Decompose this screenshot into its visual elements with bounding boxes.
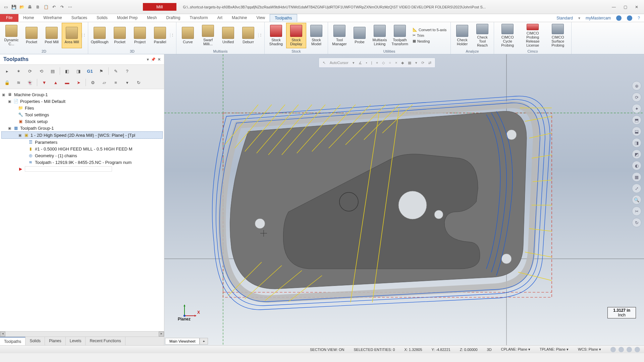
operations-tree[interactable]: ▣🖥Machine Group-1 ▣📄Properties - Mill De… [0, 89, 164, 331]
ribbon-tab-home[interactable]: Home [18, 14, 39, 22]
tb-ghost-icon[interactable]: 👻 [25, 78, 35, 87]
tree-toolpath-nc[interactable]: Toolpath - 12919.9K - 8455-25.NC - Progr… [35, 160, 131, 165]
tb-display-icon[interactable]: ≋ [13, 78, 23, 87]
close-icon[interactable]: ✕ [633, 5, 641, 9]
tb-refresh-icon[interactable]: ↻ [133, 78, 144, 87]
insert-arrow-icon[interactable]: ▶ [17, 166, 23, 172]
rotate-icon[interactable]: ⟳ [632, 93, 641, 102]
open-icon[interactable]: 📂 [19, 4, 25, 10]
tree-properties[interactable]: Properties - Mill Default [20, 99, 65, 104]
tb-regen-dirty-icon[interactable]: ⟲ [36, 67, 46, 75]
tree-op1[interactable]: 1 - 2D High Speed (2D Area Mill) - [WCS:… [31, 133, 135, 138]
tb-highfeed-icon[interactable]: ⚑ [96, 67, 106, 75]
group-3d-more-icon[interactable]: ⋮ [170, 33, 175, 38]
btn-deburr[interactable]: Deburr [238, 23, 258, 48]
notification-icon[interactable] [616, 15, 622, 21]
wireframe-icon[interactable]: ▦ [632, 172, 641, 182]
tb-filter-icon[interactable]: ▱ [99, 78, 109, 87]
front-view-icon[interactable]: ⬓ [632, 127, 641, 136]
help-icon[interactable]: ? [638, 16, 640, 20]
tb-backplot-icon[interactable]: ▤ [48, 67, 58, 75]
btn-project[interactable]: Project [130, 23, 150, 48]
status-z[interactable]: Z: 0.00000 [460, 348, 478, 352]
viewsheet-tab-main[interactable]: Main Viewsheet [165, 338, 200, 345]
btn-stock-shading[interactable]: Stock Shading [266, 23, 286, 48]
ribbon-mymastercam[interactable]: myMastercam [586, 16, 611, 20]
maximize-icon[interactable]: ▢ [621, 5, 629, 9]
status-3d-mode[interactable]: 3D [487, 348, 492, 352]
snap-sync-icon[interactable]: ⇄ [427, 61, 432, 65]
tree-tool[interactable]: #1 - 0.5000 HIGH FEED MILL - 0.5 HIGH FE… [35, 146, 132, 152]
tree-machine-group[interactable]: Machine Group-1 [14, 92, 48, 97]
tb-simulate-icon[interactable]: ◨ [73, 67, 84, 75]
autocursor-toolbar[interactable]: ↖ AutoCursor ▾ ∡ • | ⌖ ◇ ○ × ◆ ▦ ▾ ⟳ ⇄ [319, 58, 435, 68]
tb-select-all-icon[interactable]: ✶ [13, 67, 23, 75]
snap-quad-icon[interactable]: ◆ [400, 61, 405, 65]
btab-planes[interactable]: Planes [45, 337, 66, 345]
btab-solids[interactable]: Solids [25, 337, 45, 345]
section-icon[interactable]: ✂ [632, 206, 641, 216]
btn-convert-5axis[interactable]: 📐 Convert to 5-axis [412, 27, 447, 32]
refresh-view-icon[interactable]: ↻ [632, 218, 641, 227]
btab-recent[interactable]: Recent Functions [86, 337, 125, 345]
new-icon[interactable]: ▭ [3, 4, 9, 10]
tree-insert-point[interactable] [25, 166, 112, 172]
ribbon-tab-drafting[interactable]: Drafting [161, 14, 185, 22]
ribbon-tab-surfaces[interactable]: Surfaces [67, 14, 92, 22]
autocursor-pick-icon[interactable]: ↖ [322, 61, 327, 65]
group-multiaxis-more-icon[interactable]: ⋮ [258, 33, 263, 38]
globe-icon[interactable] [627, 15, 632, 21]
btn-cimco-release[interactable]: CIMCO Probing Release License [520, 23, 546, 48]
tb-arrow-icon[interactable]: ➤ [73, 78, 84, 87]
snap-intersect-icon[interactable]: × [394, 61, 398, 65]
tb-edit-icon[interactable]: ✎ [111, 67, 121, 75]
iso-view-icon[interactable]: ◩ [632, 149, 641, 159]
top-view-icon[interactable]: ⬒ [632, 115, 641, 125]
status-x[interactable]: X: 1.32805 [404, 348, 422, 352]
btn-unified[interactable]: Unified [218, 23, 238, 48]
btn-area-mill[interactable]: Area Mill [62, 23, 82, 48]
ribbon-tab-mesh[interactable]: Mesh [142, 14, 161, 22]
snap-center-icon[interactable]: ○ [388, 61, 392, 65]
btab-toolpaths[interactable]: Toolpaths [0, 337, 25, 345]
ribbon-tab-toolpaths[interactable]: Toolpaths [270, 14, 297, 22]
tree-toolpath-group[interactable]: Toolpath Group-1 [20, 126, 54, 131]
viewsheet-add-icon[interactable]: + [200, 338, 208, 345]
btn-stock-display[interactable]: Stock Display [286, 23, 306, 48]
tb-insert-icon[interactable]: ▬ [62, 78, 72, 87]
btn-toolpath-transform[interactable]: Toolpath Transform [390, 23, 410, 48]
shade-icon[interactable]: ◐ [632, 161, 641, 170]
zoom-fit-icon[interactable]: ⤢ [632, 184, 641, 193]
status-cplane[interactable]: CPLANE: Plane ▾ [501, 347, 530, 352]
undo-icon[interactable]: ↶ [51, 4, 57, 10]
status-ind-3-icon[interactable] [627, 347, 632, 352]
btn-probe[interactable]: Probe [350, 23, 370, 48]
snap-refresh-icon[interactable]: ⟳ [420, 61, 425, 65]
qat-more-icon[interactable]: ⋯ [67, 4, 73, 10]
scroll-right-icon[interactable]: ▸ [159, 331, 164, 337]
btn-pocket-2d[interactable]: Pocket [21, 23, 42, 48]
btn-stock-model[interactable]: Stock Model [306, 23, 326, 48]
tb-down-icon[interactable]: ▼ [39, 78, 49, 87]
ribbon-tab-machine[interactable]: Machine [227, 14, 252, 22]
tb-help-icon[interactable]: ? [122, 67, 132, 75]
autocursor-label[interactable]: AutoCursor [329, 61, 350, 65]
status-y[interactable]: Y: -4.82221 [432, 348, 450, 352]
gnomon-icon[interactable]: ✦ [632, 104, 641, 113]
ribbon-tab-solids[interactable]: Solids [92, 14, 112, 22]
tree-stock-setup[interactable]: Stock setup [25, 119, 48, 124]
tb-sort-icon[interactable]: ≡ [111, 78, 121, 87]
btn-parallel[interactable]: Parallel [150, 23, 170, 48]
btn-check-tool-reach[interactable]: Check Tool Reach [472, 23, 492, 48]
tb-lock-icon[interactable]: 🔒 [2, 78, 12, 87]
panel-hscroll[interactable]: ◂ ▸ [0, 331, 164, 337]
snap-midpoint-icon[interactable]: ◇ [381, 61, 386, 65]
btn-pocket-3d[interactable]: Pocket [110, 23, 130, 48]
status-ind-2-icon[interactable] [619, 347, 624, 352]
minimize-icon[interactable]: — [610, 5, 618, 9]
status-ind-1-icon[interactable] [610, 347, 616, 352]
tb-regenerate-icon[interactable]: ⟳ [25, 67, 35, 75]
ribbon-tab-transform[interactable]: Transform [185, 14, 213, 22]
btn-trim[interactable]: ✂ Trim [412, 33, 447, 38]
btn-cimco-surface[interactable]: CIMCO Surface Probing [546, 23, 570, 48]
